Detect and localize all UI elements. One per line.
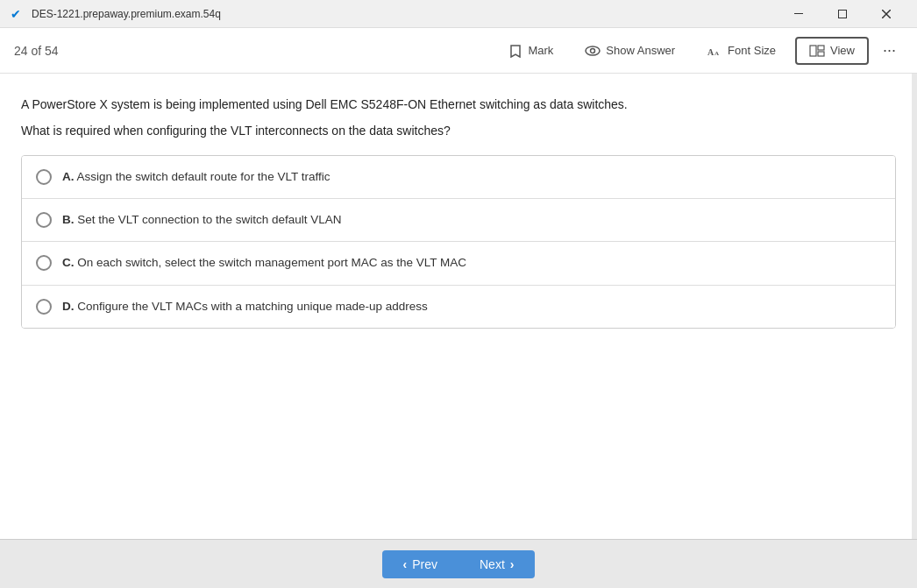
font-icon: A A [707,44,722,58]
prev-arrow-icon: ‹ [403,557,408,571]
option-d[interactable]: D. Configure the VLT MACs with a matchin… [22,286,895,328]
next-button[interactable]: Next › [458,550,535,578]
show-answer-button[interactable]: Show Answer [572,39,687,63]
options-container: A. Assign the switch default route for t… [21,155,896,329]
question-counter: 24 of 54 [14,44,59,58]
scroll-indicator [912,74,917,539]
option-a[interactable]: A. Assign the switch default route for t… [22,156,895,199]
toolbar-actions: Mark Show Answer A A Font Size View [496,36,903,65]
svg-rect-9 [818,46,824,50]
font-size-button[interactable]: A A Font Size [694,39,788,63]
svg-text:A: A [714,50,719,57]
mark-button[interactable]: Mark [496,39,565,63]
radio-d[interactable] [36,299,52,315]
eye-icon [585,44,601,58]
svg-rect-10 [818,52,824,56]
next-arrow-icon: › [510,557,515,571]
title-bar: ✔ DES-1221.prepaway.premium.exam.54q [0,0,917,28]
minimize-button[interactable] [778,0,819,28]
option-d-label: D. Configure the VLT MACs with a matchin… [62,298,428,315]
title-bar-text: DES-1221.prepaway.premium.exam.54q [32,8,778,20]
radio-a[interactable] [36,169,52,185]
toolbar: 24 of 54 Mark Show Answer A A Font Size [0,28,917,74]
svg-text:A: A [707,47,714,57]
question-text-2: What is required when configuring the VL… [21,121,896,140]
radio-b[interactable] [36,212,52,228]
question-text-1: A PowerStore X system is being implement… [21,95,896,114]
option-a-label: A. Assign the switch default route for t… [62,168,330,186]
close-button[interactable] [866,0,906,28]
window-controls [778,0,906,28]
option-b[interactable]: B. Set the VLT connection to the switch … [22,199,895,242]
more-options-button[interactable]: ··· [876,36,903,65]
app-icon: ✔ [11,7,25,21]
svg-rect-8 [810,46,816,56]
option-c[interactable]: C. On each switch, select the switch man… [22,242,895,285]
option-c-label: C. On each switch, select the switch man… [62,254,466,272]
maximize-button[interactable] [822,0,863,28]
view-button[interactable]: View [795,37,869,65]
footer: ‹ Prev Next › [0,539,917,588]
view-icon [809,44,825,58]
svg-point-4 [586,46,600,55]
prev-button[interactable]: ‹ Prev [382,550,458,578]
main-content: A PowerStore X system is being implement… [0,74,917,539]
svg-rect-0 [794,13,803,14]
bookmark-icon [508,44,522,58]
svg-rect-1 [839,10,847,18]
svg-point-5 [591,48,595,53]
radio-c[interactable] [36,255,52,271]
option-b-label: B. Set the VLT connection to the switch … [62,211,341,229]
